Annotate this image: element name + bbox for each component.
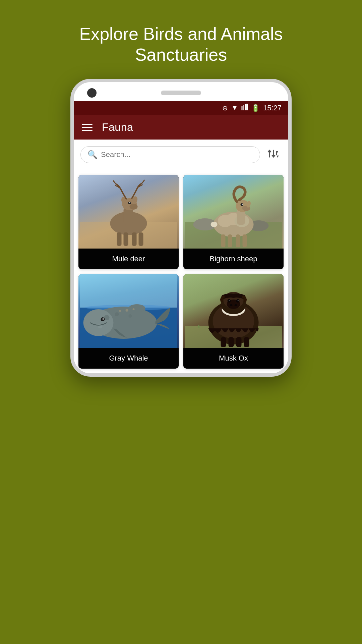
signal-icon <box>241 104 248 112</box>
sort-filter-button[interactable]: ▼ <box>264 145 282 165</box>
phone-top <box>74 82 288 101</box>
status-time: 15:27 <box>263 104 282 112</box>
svg-point-65 <box>235 304 237 306</box>
search-icon: 🔍 <box>87 150 98 159</box>
svg-rect-35 <box>228 234 232 247</box>
svg-rect-2 <box>245 104 246 110</box>
svg-point-45 <box>115 312 119 316</box>
svg-point-49 <box>103 318 104 320</box>
svg-rect-17 <box>124 232 128 246</box>
status-icons: ⊖ ▼ 🔋 <box>222 104 260 112</box>
svg-rect-36 <box>236 234 240 247</box>
svg-point-46 <box>129 314 132 318</box>
svg-point-53 <box>119 310 121 312</box>
page-title: Explore Birds and Animals Sanctuaries <box>53 23 310 65</box>
svg-rect-72 <box>236 337 242 347</box>
svg-rect-71 <box>229 337 234 347</box>
search-bar-container: 🔍 ▼ <box>74 140 288 170</box>
animal-card-musk-ox[interactable]: Musk Ox <box>183 274 284 369</box>
gray-whale-image <box>78 274 179 348</box>
svg-rect-19 <box>139 232 143 246</box>
wifi-icon: ▼ <box>231 104 238 112</box>
mule-deer-image <box>78 175 179 249</box>
bighorn-sheep-label: Bighorn sheep <box>183 249 284 269</box>
battery-icon: 🔋 <box>251 104 260 112</box>
animal-card-bighorn-sheep[interactable]: Bighorn sheep <box>183 175 284 269</box>
svg-point-32 <box>242 204 243 205</box>
svg-point-43 <box>83 309 114 336</box>
svg-rect-18 <box>132 232 137 246</box>
bighorn-sheep-image <box>183 175 284 249</box>
musk-ox-image <box>183 274 284 348</box>
svg-rect-16 <box>117 232 122 246</box>
app-title: Fauna <box>102 121 133 133</box>
do-not-disturb-icon: ⊖ <box>222 104 228 112</box>
musk-ox-label: Musk Ox <box>183 348 284 369</box>
svg-point-38 <box>211 222 218 227</box>
phone-frame: ⊖ ▼ 🔋 15:27 Fauna <box>70 79 292 377</box>
menu-button[interactable] <box>82 124 93 131</box>
hamburger-line-2 <box>82 127 93 128</box>
app-bar: Fauna <box>74 115 288 140</box>
svg-point-67 <box>229 300 230 301</box>
svg-rect-70 <box>221 337 226 347</box>
hamburger-line-3 <box>82 130 93 131</box>
svg-rect-73 <box>244 337 249 347</box>
svg-point-11 <box>130 204 138 210</box>
svg-point-50 <box>129 304 145 312</box>
svg-rect-0 <box>241 106 243 110</box>
front-camera <box>87 88 97 98</box>
svg-point-13 <box>129 202 130 203</box>
svg-rect-1 <box>243 105 244 110</box>
svg-point-52 <box>133 308 135 310</box>
svg-rect-3 <box>246 104 248 110</box>
search-wrapper[interactable]: 🔍 <box>80 146 260 163</box>
svg-point-64 <box>230 304 233 306</box>
svg-rect-34 <box>221 234 226 247</box>
svg-point-69 <box>238 300 239 301</box>
hamburger-line-1 <box>82 124 93 125</box>
phone-speaker <box>161 91 201 95</box>
animal-card-gray-whale[interactable]: Gray Whale <box>78 274 179 369</box>
status-bar: ⊖ ▼ 🔋 15:27 <box>74 101 288 115</box>
svg-rect-37 <box>243 234 247 247</box>
svg-point-44 <box>104 315 110 320</box>
mule-deer-label: Mule deer <box>78 249 179 269</box>
search-input[interactable] <box>101 150 253 159</box>
gray-whale-label: Gray Whale <box>78 348 179 369</box>
animal-card-mule-deer[interactable]: Mule deer <box>78 175 179 269</box>
svg-point-51 <box>126 309 128 312</box>
animal-grid: Mule deer <box>74 170 288 373</box>
svg-rect-39 <box>80 274 177 308</box>
svg-text:▼: ▼ <box>276 154 279 158</box>
